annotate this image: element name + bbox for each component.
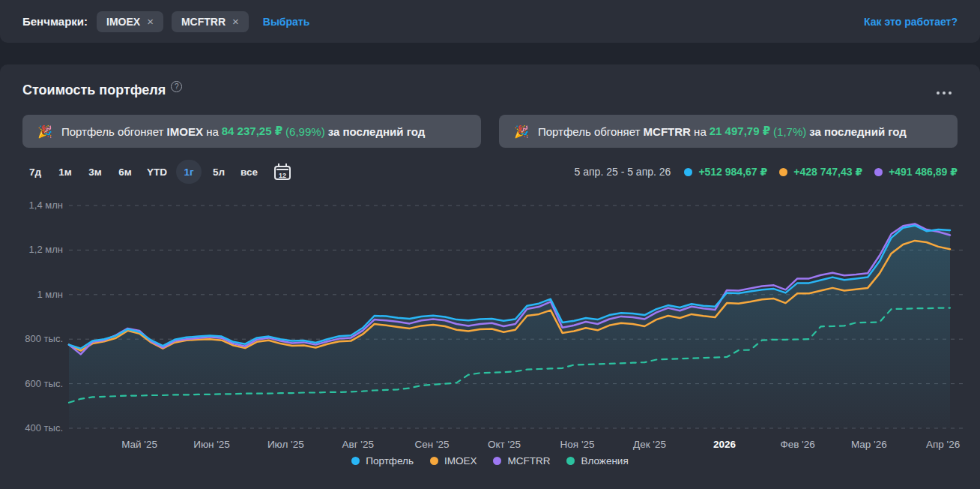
svg-text:600 тыс.: 600 тыс. [25, 378, 63, 389]
svg-text:Июн '25: Июн '25 [193, 439, 230, 450]
card-title-row: Стоимость портфеля ? [22, 82, 182, 98]
chart-controls: 7д 1м 3м 6м YTD 1г 5л все 12 5 апр. 25 -… [22, 160, 958, 184]
how-it-works-link[interactable]: Как это работает? [864, 16, 958, 28]
help-icon[interactable]: ? [171, 81, 182, 92]
mcftrr-dot-icon [874, 168, 883, 176]
outperform-percent: (1,7%) [773, 125, 806, 138]
portfolio-screen: Бенчмарки: IMOEX × MCFTRR × Выбрать Как … [0, 0, 980, 489]
benchmark-banner-imoex: 🎉 Портфель обгоняет IMOEX на 84 237,25 ₽… [22, 115, 481, 148]
benchmark-banner-mcftrr: 🎉 Портфель обгоняет MCFTRR на 21 497,79 … [499, 115, 958, 148]
mcftrr-dot-icon [493, 457, 501, 465]
legend-contributions[interactable]: Вложения [566, 455, 628, 466]
portfolio-value-card: Стоимость портфеля ? 🎉 Портфель обгоняет… [0, 64, 980, 489]
legend-imoex[interactable]: IMOEX [430, 455, 477, 466]
outperform-amount: 21 497,79 ₽ [710, 124, 770, 138]
svg-text:Май '25: Май '25 [121, 439, 157, 450]
period-ytd[interactable]: YTD [142, 160, 172, 184]
benchmark-chip-mcftrr[interactable]: MCFTRR × [172, 11, 249, 32]
svg-text:Апр '26: Апр '26 [926, 439, 960, 450]
portfolio-dot-icon [684, 168, 692, 176]
portfolio-chart[interactable]: 1,4 млн1,2 млн1 млн800 тыс.600 тыс.400 т… [0, 196, 980, 455]
svg-text:400 тыс.: 400 тыс. [25, 422, 63, 434]
benchmarks-label: Бенчмарки: [22, 15, 88, 28]
svg-text:1,4 млн: 1,4 млн [29, 200, 63, 211]
calendar-icon[interactable]: 12 [274, 166, 291, 180]
svg-text:Окт '25: Окт '25 [488, 439, 521, 450]
outperform-percent: (6,99%) [285, 125, 325, 138]
range-summary: 5 апр. 25 - 5 апр. 26 +512 984,67 ₽ +428… [575, 166, 958, 178]
benchmark-chip-imoex[interactable]: IMOEX × [97, 11, 163, 32]
period-1y[interactable]: 1г [176, 160, 202, 184]
date-range: 5 апр. 25 - 5 апр. 26 [575, 166, 671, 178]
svg-text:1,2 млн: 1,2 млн [29, 244, 63, 255]
more-options-icon[interactable] [934, 88, 955, 98]
imoex-dot-icon [779, 168, 787, 176]
stat-portfolio: +512 984,67 ₽ [684, 166, 767, 178]
page-title: Стоимость портфеля [22, 82, 166, 98]
svg-text:Сен '25: Сен '25 [414, 439, 449, 450]
contributions-dot-icon [566, 457, 575, 465]
select-benchmark-link[interactable]: Выбрать [263, 16, 310, 28]
portfolio-dot-icon [351, 457, 360, 465]
period-all[interactable]: все [236, 160, 262, 184]
outperform-amount: 84 237,25 ₽ [222, 124, 282, 138]
svg-text:Дек '25: Дек '25 [633, 439, 666, 450]
chart-legend: Портфель IMOEX MCFTRR Вложения [0, 455, 980, 466]
period-3m[interactable]: 3м [82, 160, 108, 184]
legend-mcftrr[interactable]: MCFTRR [493, 455, 550, 466]
period-7d[interactable]: 7д [22, 160, 48, 184]
period-selector: 7д 1м 3м 6м YTD 1г 5л все 12 [22, 160, 291, 184]
stat-mcftrr: +491 486,89 ₽ [874, 166, 958, 178]
legend-portfolio[interactable]: Портфель [351, 455, 414, 466]
benchmark-bar: Бенчмарки: IMOEX × MCFTRR × Выбрать Как … [0, 0, 980, 43]
svg-text:Ноя '25: Ноя '25 [560, 439, 595, 450]
svg-text:2026: 2026 [713, 439, 736, 450]
imoex-dot-icon [430, 457, 438, 465]
remove-benchmark-icon[interactable]: × [147, 16, 154, 27]
svg-text:Мар '26: Мар '26 [851, 439, 887, 450]
period-6m[interactable]: 6м [112, 160, 138, 184]
svg-text:Авг '25: Авг '25 [342, 439, 374, 450]
party-popper-icon: 🎉 [514, 124, 529, 139]
party-popper-icon: 🎉 [37, 124, 52, 139]
svg-text:Июл '25: Июл '25 [267, 439, 304, 450]
svg-text:800 тыс.: 800 тыс. [25, 333, 63, 344]
svg-text:1 млн: 1 млн [37, 289, 63, 300]
period-5y[interactable]: 5л [206, 160, 232, 184]
period-1m[interactable]: 1м [52, 160, 78, 184]
svg-text:Фев '26: Фев '26 [780, 439, 814, 450]
remove-benchmark-icon[interactable]: × [232, 16, 239, 27]
stat-imoex: +428 747,43 ₽ [779, 166, 862, 178]
